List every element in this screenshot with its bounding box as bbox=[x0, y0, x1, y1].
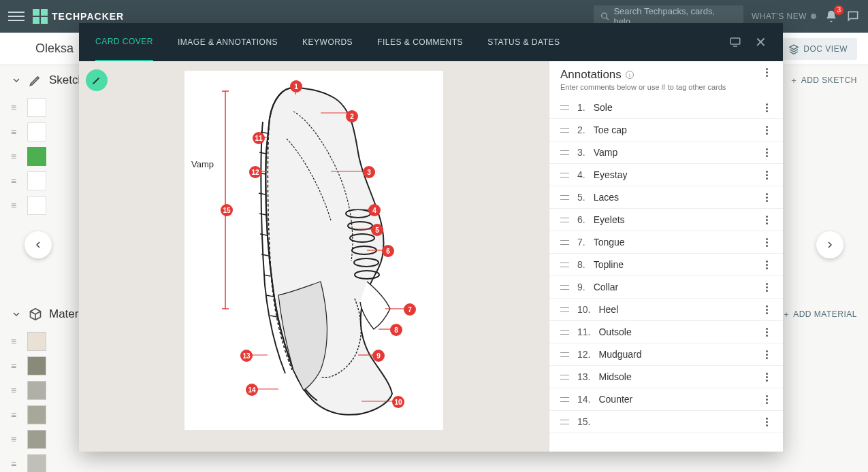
tab-keywords[interactable]: KEYWORDS bbox=[302, 24, 353, 61]
annotation-pin[interactable]: 6 bbox=[382, 245, 394, 257]
swatch-thumb[interactable] bbox=[27, 381, 46, 400]
drag-icon[interactable] bbox=[560, 306, 569, 313]
drag-icon[interactable]: ≡ bbox=[11, 200, 22, 211]
annotation-item[interactable]: 8.Topline bbox=[549, 254, 783, 276]
annotation-item[interactable]: 4.Eyestay bbox=[549, 164, 783, 186]
drag-icon[interactable] bbox=[560, 171, 569, 178]
tab-image-annotations[interactable]: IMAGE & ANNOTATIONS bbox=[178, 24, 278, 61]
annotation-item[interactable]: 1.Sole bbox=[549, 97, 783, 119]
annotations-menu-button[interactable] bbox=[761, 68, 772, 77]
annotation-item[interactable]: 2.Toe cap bbox=[549, 119, 783, 141]
annotation-pin[interactable]: 8 bbox=[390, 324, 402, 336]
annotation-menu-button[interactable] bbox=[761, 328, 772, 337]
drag-icon[interactable] bbox=[560, 239, 569, 246]
drag-icon[interactable]: ≡ bbox=[11, 151, 22, 162]
annotation-pin[interactable]: 10 bbox=[392, 396, 404, 408]
drag-icon[interactable] bbox=[560, 284, 569, 290]
list-item[interactable]: ≡ bbox=[11, 452, 868, 472]
swatch-thumb[interactable] bbox=[27, 332, 46, 351]
annotation-menu-button[interactable] bbox=[761, 126, 772, 135]
annotation-pin[interactable]: 2 bbox=[346, 110, 358, 122]
tab-files-comments[interactable]: FILES & COMMENTS bbox=[377, 24, 463, 61]
drag-icon[interactable] bbox=[560, 149, 569, 156]
add-sketch-button[interactable]: ＋ ADD SKETCH bbox=[790, 75, 857, 86]
drag-icon[interactable] bbox=[560, 127, 569, 133]
drag-icon[interactable]: ≡ bbox=[11, 360, 22, 371]
annotation-item[interactable]: 6.Eyelets bbox=[549, 209, 783, 231]
annotation-pin[interactable]: 9 bbox=[372, 350, 385, 362]
annotation-menu-button[interactable] bbox=[761, 238, 772, 247]
annotation-item[interactable]: 12.Mudguard bbox=[549, 343, 783, 366]
drag-icon[interactable]: ≡ bbox=[11, 127, 22, 137]
annotation-item[interactable]: 9.Collar bbox=[549, 276, 783, 299]
annotation-pin[interactable]: 3 bbox=[363, 166, 375, 178]
annotation-menu-button[interactable] bbox=[761, 260, 772, 269]
drag-icon[interactable] bbox=[560, 373, 569, 380]
annotation-item[interactable]: 7.Tongue bbox=[549, 231, 783, 254]
next-arrow-button[interactable] bbox=[816, 231, 843, 258]
menu-icon[interactable] bbox=[8, 8, 25, 24]
doc-view-button[interactable]: DOC VIEW bbox=[779, 38, 857, 60]
feedback-icon[interactable] bbox=[846, 10, 860, 23]
annotation-menu-button[interactable] bbox=[761, 216, 772, 224]
drag-icon[interactable]: ≡ bbox=[11, 385, 22, 396]
annotation-pin[interactable]: 7 bbox=[404, 303, 416, 316]
prev-arrow-button[interactable] bbox=[25, 231, 52, 258]
annotation-menu-button[interactable] bbox=[761, 418, 772, 426]
close-icon[interactable]: ✕ bbox=[755, 34, 767, 50]
tab-status-dates[interactable]: STATUS & DATES bbox=[487, 24, 560, 61]
annotation-pin[interactable]: 15 bbox=[221, 204, 233, 216]
annotation-item[interactable]: 15. bbox=[549, 411, 783, 433]
swatch-thumb[interactable] bbox=[27, 430, 46, 449]
drag-icon[interactable]: ≡ bbox=[11, 175, 22, 186]
drag-icon[interactable]: ≡ bbox=[11, 409, 22, 420]
drag-icon[interactable] bbox=[560, 328, 569, 335]
thumb[interactable] bbox=[27, 98, 46, 117]
drag-icon[interactable] bbox=[560, 261, 569, 268]
annotation-menu-button[interactable] bbox=[761, 350, 772, 359]
drag-icon[interactable]: ≡ bbox=[11, 102, 22, 113]
annotation-menu-button[interactable] bbox=[761, 283, 772, 292]
logo[interactable]: TECHPACKER bbox=[33, 9, 124, 24]
drag-icon[interactable] bbox=[560, 194, 569, 201]
annotation-item[interactable]: 10.Heel bbox=[549, 299, 783, 321]
annotation-item[interactable]: 13.Midsole bbox=[549, 366, 783, 388]
annotation-pin[interactable]: 12 bbox=[249, 166, 261, 178]
swatch-thumb[interactable] bbox=[27, 405, 46, 424]
edit-button[interactable] bbox=[86, 69, 108, 91]
thumb[interactable] bbox=[27, 171, 46, 190]
annotation-menu-button[interactable] bbox=[761, 395, 772, 404]
drag-icon[interactable] bbox=[560, 104, 569, 111]
drag-icon[interactable] bbox=[560, 396, 569, 403]
drag-icon[interactable]: ≡ bbox=[11, 458, 22, 469]
annotation-pin[interactable]: 5 bbox=[371, 224, 383, 236]
annotation-item[interactable]: 14.Counter bbox=[549, 388, 783, 411]
drag-icon[interactable] bbox=[560, 418, 569, 425]
annotation-menu-button[interactable] bbox=[761, 103, 772, 112]
swatch-thumb[interactable] bbox=[27, 454, 46, 472]
annotation-menu-button[interactable] bbox=[761, 148, 772, 157]
desktop-icon[interactable] bbox=[729, 36, 741, 48]
add-material-button[interactable]: ＋ ADD MATERIAL bbox=[782, 309, 857, 320]
annotation-pin[interactable]: 4 bbox=[368, 204, 381, 216]
annotation-menu-button[interactable] bbox=[761, 305, 772, 314]
annotation-item[interactable]: 11.Outsole bbox=[549, 321, 783, 343]
notifications-button[interactable]: 3 bbox=[824, 10, 838, 23]
drag-icon[interactable] bbox=[560, 351, 569, 358]
annotation-pin[interactable]: 13 bbox=[240, 350, 253, 362]
annotation-menu-button[interactable] bbox=[761, 193, 772, 202]
annotation-pin[interactable]: 1 bbox=[290, 80, 302, 92]
thumb-active[interactable] bbox=[27, 147, 46, 166]
annotation-pin[interactable]: 14 bbox=[246, 384, 258, 396]
annotation-menu-button[interactable] bbox=[761, 171, 772, 180]
annotation-item[interactable]: 3.Vamp bbox=[549, 141, 783, 164]
thumb[interactable] bbox=[27, 196, 46, 215]
thumb[interactable] bbox=[27, 122, 46, 141]
annotation-item[interactable]: 5.Laces bbox=[549, 186, 783, 209]
drag-icon[interactable]: ≡ bbox=[11, 336, 22, 347]
whats-new-button[interactable]: WHAT'S NEW bbox=[752, 12, 816, 21]
annotation-menu-button[interactable] bbox=[761, 373, 772, 382]
tab-card-cover[interactable]: CARD COVER bbox=[95, 23, 153, 61]
annotation-pin[interactable]: 11 bbox=[253, 132, 265, 144]
drag-icon[interactable]: ≡ bbox=[11, 434, 22, 445]
